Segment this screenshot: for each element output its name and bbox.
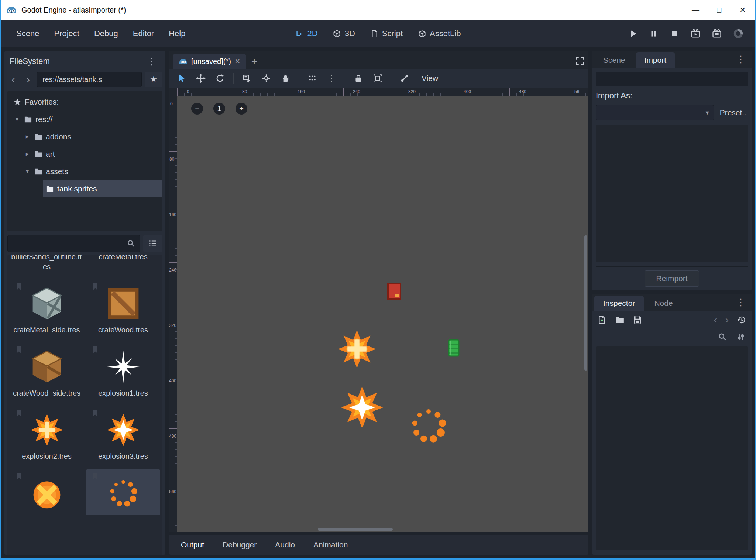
maximize-button[interactable]: □ [707,0,731,20]
tab-import[interactable]: Import [636,52,676,68]
sprite-smoke-ring[interactable] [406,403,451,449]
play-button[interactable] [628,29,638,38]
tab-node[interactable]: Node [645,296,681,311]
dock-menu-icon[interactable]: ⋮ [732,297,749,311]
select-tool-button[interactable] [176,72,188,84]
history-forward-icon[interactable]: › [725,314,729,326]
favorite-toggle-button[interactable]: ★ [145,72,162,87]
new-scene-tab-button[interactable]: + [246,54,262,69]
sprite-green-barrel[interactable] [448,339,460,358]
group-object-button[interactable] [372,72,384,84]
file-item[interactable]: explosion2.tres [10,406,84,465]
play-scene-button[interactable] [690,28,701,39]
tree-item-assets[interactable]: ▾ assets [7,163,162,180]
list-select-tool-button[interactable] [241,72,253,84]
history-menu-button[interactable] [737,315,746,325]
file-item[interactable]: crateWood_side.tres [10,343,84,402]
tree-item-tank-sprites[interactable]: tank.sprites [43,180,162,197]
new-resource-button[interactable] [597,315,607,325]
workspace-assetlib-button[interactable]: AssetLib [413,29,465,38]
snap-pixel-tool-button[interactable] [260,72,272,84]
close-button[interactable]: ✕ [731,0,755,20]
resource-flag-icon [16,346,22,355]
search-icon[interactable] [718,332,727,342]
stop-button[interactable] [670,29,679,38]
rotate-tool-button[interactable] [214,72,226,84]
caret-expanded-icon[interactable]: ▾ [13,115,21,123]
file-item[interactable]: crateWood.tres [86,280,160,339]
sprite-explosion-cross[interactable] [336,328,378,371]
view-menu-button[interactable]: View [418,74,442,83]
sprite-explosion-star[interactable] [339,385,385,432]
file-item[interactable]: crateMetal.tres [86,255,160,276]
tree-item-res[interactable]: ▾ res:// [7,110,162,128]
bottom-tab-audio[interactable]: Audio [268,540,302,549]
load-resource-button[interactable] [615,315,625,325]
menu-scene[interactable]: Scene [9,29,47,38]
reimport-button[interactable]: Reimport [645,270,699,287]
path-input[interactable]: res://assets/tank.s [37,72,142,87]
menu-editor[interactable]: Editor [126,29,161,38]
history-forward-button[interactable]: › [22,72,34,87]
snap-options-button[interactable] [306,72,318,84]
canvas-horizontal-scrollbar[interactable] [318,528,393,531]
filesystem-menu-icon[interactable]: ⋮ [143,56,160,67]
tab-scene[interactable]: Scene [594,52,634,68]
file-item[interactable] [10,469,84,515]
tree-item-favorites[interactable]: Favorites: [7,93,162,110]
workspace-switcher: 2D 3D Script AssetLib [291,29,465,38]
file-item[interactable]: explosion1.tres [86,343,160,402]
history-back-icon[interactable]: ‹ [714,314,717,326]
save-resource-button[interactable] [633,315,642,325]
play-custom-scene-button[interactable] [712,28,722,39]
workspace-3d-button[interactable]: 3D [328,29,360,38]
tree-item-art[interactable]: ▸ art [7,145,162,163]
canvas-vertical-scrollbar[interactable] [584,235,587,371]
distraction-free-icon[interactable] [575,56,585,66]
zoom-in-button[interactable]: + [236,103,247,115]
bottom-tab-animation[interactable]: Animation [306,540,355,549]
menu-debug[interactable]: Debug [87,29,126,38]
snap-menu-icon[interactable]: ⋮ [326,72,337,84]
history-back-button[interactable]: ‹ [7,72,19,87]
file-item[interactable]: crateMetal_side.tres [10,280,84,339]
scene-tab-unsaved[interactable]: [unsaved](*) ✕ [173,54,246,69]
caret-collapsed-icon[interactable]: ▸ [24,150,31,158]
file-list-view-toggle-button[interactable] [143,235,162,252]
file-thumbnail [28,348,65,385]
canvas-2d[interactable]: − 1 + [177,96,588,532]
file-item[interactable]: bulletSands_outline.tres [10,255,84,276]
import-as-dropdown[interactable]: ▾ [596,105,714,120]
zoom-reset-button[interactable]: 1 [213,103,225,115]
editor-main: FileSystem ⋮ ‹ › res://assets/tank.s ★ F… [1,47,755,558]
pan-tool-button[interactable] [279,72,291,84]
bottom-tab-debugger[interactable]: Debugger [215,540,264,549]
sprite-red-crate[interactable] [387,283,401,301]
file-item[interactable]: explosion3.tres [86,406,160,465]
dock-menu-icon[interactable]: ⋮ [732,54,749,68]
tree-item-label: tank.sprites [57,184,97,193]
object-properties-icon[interactable] [736,332,746,342]
menu-project[interactable]: Project [47,29,86,38]
minimize-button[interactable]: — [684,0,707,20]
lock-object-button[interactable] [353,72,364,84]
search-input[interactable] [7,235,140,252]
preset-menu-button[interactable]: Preset.. [718,108,748,117]
workspace-2d-button[interactable]: 2D [291,29,322,38]
import-resource-field[interactable] [596,72,748,86]
workspace-3d-label: 3D [345,29,355,38]
skeleton-options-button[interactable] [399,72,410,84]
caret-collapsed-icon[interactable]: ▸ [24,133,31,140]
tree-item-addons[interactable]: ▸ addons [7,128,162,145]
tab-inspector[interactable]: Inspector [594,296,644,311]
workspace-script-button[interactable]: Script [365,29,407,38]
pause-button[interactable] [649,29,659,38]
bottom-tab-output[interactable]: Output [173,540,212,549]
zoom-out-button[interactable]: − [191,103,203,115]
workspace-script-label: Script [382,29,403,38]
caret-expanded-icon[interactable]: ▾ [24,167,31,175]
file-item[interactable] [86,469,160,515]
tab-close-icon[interactable]: ✕ [235,57,240,65]
menu-help[interactable]: Help [161,29,193,38]
move-tool-button[interactable] [195,72,207,84]
